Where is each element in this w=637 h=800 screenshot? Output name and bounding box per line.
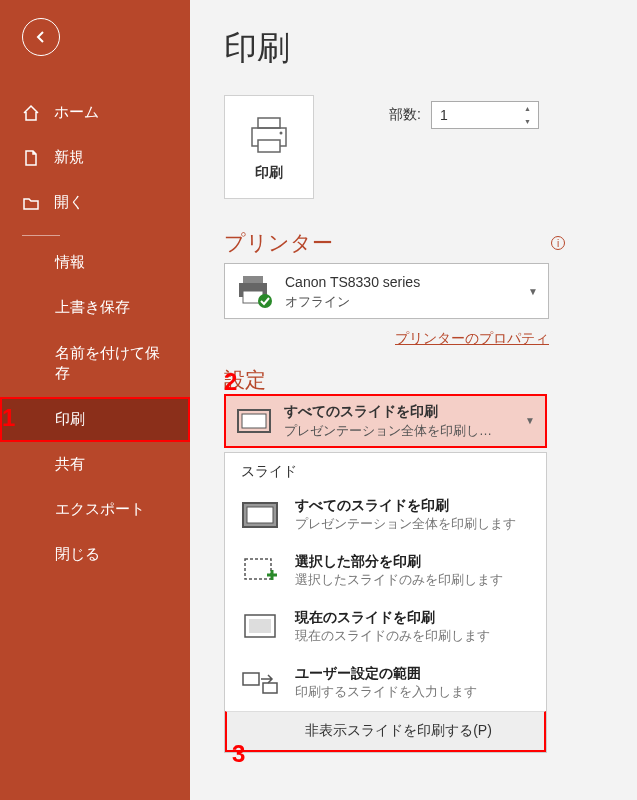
copies-label: 部数: [389, 106, 421, 124]
svg-point-3 [280, 132, 283, 135]
printer-properties-link[interactable]: プリンターのプロパティ [395, 330, 549, 346]
menu-item-sub: 選択したスライドのみを印刷します [295, 571, 503, 589]
menu-item-sub: 現在のスライドのみを印刷します [295, 627, 490, 645]
info-icon[interactable]: i [551, 236, 565, 250]
svg-rect-11 [247, 507, 273, 523]
spinner-arrows[interactable]: ▲▼ [524, 102, 538, 128]
nav-share[interactable]: 共有 [0, 442, 190, 487]
back-button[interactable] [22, 18, 60, 56]
printer-section-title: プリンター [224, 229, 333, 257]
nav-new[interactable]: 新規 [0, 135, 190, 180]
file-icon [22, 149, 40, 167]
print-hidden-slides-toggle[interactable]: 非表示スライドを印刷する(P) [225, 711, 546, 752]
svg-rect-2 [258, 140, 280, 152]
nav-label: 開く [54, 193, 84, 212]
nav-info[interactable]: 情報 [0, 240, 190, 285]
copies-stepper[interactable]: 1 ▲▼ [431, 101, 539, 129]
print-range-dropdown[interactable]: すべてのスライドを印刷 プレゼンテーション全体を印刷し… ▼ [224, 394, 547, 448]
nav-close[interactable]: 閉じる [0, 532, 190, 577]
menu-item-title: ユーザー設定の範囲 [295, 664, 477, 684]
nav-print[interactable]: 印刷 [0, 397, 190, 442]
copies-value: 1 [432, 107, 524, 123]
svg-rect-9 [242, 414, 266, 428]
svg-rect-16 [263, 683, 277, 693]
nav-save[interactable]: 上書き保存 [0, 285, 190, 330]
current-slide-icon [239, 607, 281, 647]
svg-rect-5 [243, 276, 263, 283]
svg-rect-14 [249, 619, 271, 633]
menu-group-header: スライド [225, 457, 546, 487]
nav-export[interactable]: エクスポート [0, 487, 190, 532]
printer-icon [246, 112, 292, 156]
menu-item-title: すべてのスライドを印刷 [295, 496, 516, 516]
svg-point-7 [258, 294, 272, 308]
print-button-label: 印刷 [255, 164, 283, 182]
menu-item-custom-range[interactable]: ユーザー設定の範囲 印刷するスライドを入力します [225, 655, 546, 711]
nav-separator [22, 235, 60, 236]
dropdown-subtitle: プレゼンテーション全体を印刷し… [284, 422, 513, 440]
nav-saveas[interactable]: 名前を付けて保存 [0, 330, 190, 397]
chevron-down-icon: ▼ [528, 286, 538, 297]
all-slides-icon [239, 495, 281, 535]
arrow-left-icon [33, 29, 49, 45]
slides-icon [236, 405, 272, 437]
print-button[interactable]: 印刷 [224, 95, 314, 199]
nav-open[interactable]: 開く [0, 180, 190, 225]
menu-item-title: 現在のスライドを印刷 [295, 608, 490, 628]
printer-status: オフライン [285, 293, 420, 311]
menu-item-current[interactable]: 現在のスライドを印刷 現在のスライドのみを印刷します [225, 599, 546, 655]
nav-label: 新規 [54, 148, 84, 167]
selection-icon [239, 551, 281, 591]
page-title: 印刷 [224, 26, 637, 71]
svg-rect-15 [243, 673, 259, 685]
menu-item-selection[interactable]: 選択した部分を印刷 選択したスライドのみを印刷します [225, 543, 546, 599]
svg-rect-1 [258, 118, 280, 128]
printer-status-icon [235, 273, 275, 309]
backstage-sidebar: ホーム 新規 開く 情報 上書き保存 名前を付けて保存 印刷 共有 エクスポート… [0, 0, 190, 800]
chevron-down-icon: ▼ [525, 415, 535, 426]
menu-item-title: 選択した部分を印刷 [295, 552, 503, 572]
menu-item-sub: プレゼンテーション全体を印刷します [295, 515, 516, 533]
printer-name: Canon TS8330 series [285, 272, 420, 293]
menu-item-sub: 印刷するスライドを入力します [295, 683, 477, 701]
print-range-menu: スライド すべてのスライドを印刷 プレゼンテーション全体を印刷します [224, 452, 547, 753]
main-panel: 印刷 印刷 部数: 1 ▲▼ プリンター [190, 0, 637, 800]
settings-section-title: 設定 [224, 366, 637, 394]
nav-label: ホーム [54, 103, 99, 122]
home-icon [22, 104, 40, 122]
custom-range-icon [239, 663, 281, 703]
nav-home[interactable]: ホーム [0, 90, 190, 135]
menu-item-all-slides[interactable]: すべてのスライドを印刷 プレゼンテーション全体を印刷します [225, 487, 546, 543]
dropdown-title: すべてのスライドを印刷 [284, 402, 513, 422]
printer-selector[interactable]: Canon TS8330 series オフライン ▼ [224, 263, 549, 319]
folder-icon [22, 194, 40, 212]
